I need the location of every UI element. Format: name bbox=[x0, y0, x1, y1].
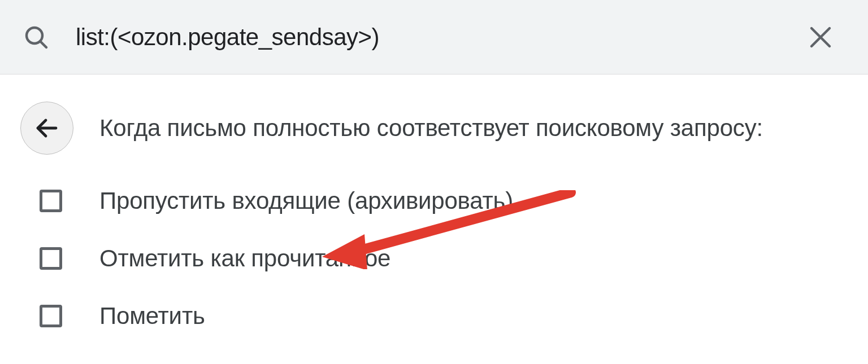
checkbox-skip-inbox[interactable] bbox=[40, 190, 62, 212]
option-star[interactable]: Пометить bbox=[20, 302, 828, 330]
checkbox-star[interactable] bbox=[40, 305, 62, 327]
option-mark-read[interactable]: Отметить как прочитанное bbox=[20, 245, 828, 272]
back-button[interactable] bbox=[20, 102, 73, 155]
search-bar bbox=[0, 0, 868, 74]
search-icon bbox=[23, 24, 50, 51]
heading-row: Когда письмо полностью соответствует пои… bbox=[20, 102, 828, 155]
filter-heading: Когда письмо полностью соответствует пои… bbox=[99, 115, 763, 142]
checkbox-mark-read[interactable] bbox=[40, 247, 62, 270]
option-label: Пропустить входящие (архивировать) bbox=[99, 187, 513, 214]
svg-line-1 bbox=[40, 41, 46, 47]
clear-search-button[interactable] bbox=[807, 24, 834, 51]
option-label: Отметить как прочитанное bbox=[99, 245, 390, 272]
option-label: Пометить bbox=[99, 302, 205, 330]
search-input[interactable] bbox=[75, 23, 796, 51]
option-skip-inbox[interactable]: Пропустить входящие (архивировать) bbox=[20, 187, 828, 214]
filter-actions-panel: Когда письмо полностью соответствует пои… bbox=[0, 74, 868, 330]
